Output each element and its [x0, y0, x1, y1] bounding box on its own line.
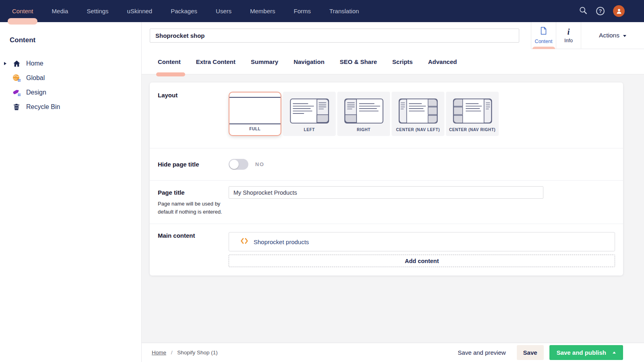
document-name-input[interactable] [150, 29, 519, 43]
layout-option-right[interactable]: RIGHT [337, 92, 390, 136]
main-content-row: Main content Shoprocket products Add con… [150, 224, 623, 279]
actions-label: Actions [599, 32, 619, 39]
chevron-up-icon [613, 352, 616, 354]
document-icon [540, 27, 547, 37]
layout-option-center-nav-right[interactable]: CENTER (NAV RIGHT) [446, 92, 499, 136]
app-tab-info[interactable]: i Info [556, 22, 581, 49]
home-icon [12, 59, 21, 68]
search-icon[interactable] [579, 6, 588, 16]
nav-item-members[interactable]: Members [241, 0, 285, 22]
sidebar-item-design[interactable]: Design [0, 85, 141, 100]
layout-option-left[interactable]: LEFT [283, 92, 336, 136]
footer-bar: Home / Shopify Shop (1) Save and preview… [142, 343, 644, 362]
tab-seo-share[interactable]: SEO & Share [340, 49, 377, 74]
content-block-label: Shoprocket products [254, 239, 309, 245]
layout-right-thumb [337, 92, 390, 128]
sidebar-item-label: Recycle Bin [26, 103, 60, 111]
sidebar-item-global[interactable]: Global [0, 71, 141, 85]
layout-label: Layout [158, 92, 229, 99]
layout-option-label: FULL [229, 127, 281, 135]
hide-page-title-toggle[interactable] [229, 159, 248, 170]
content-panel: Layout FULL [150, 82, 623, 276]
sidebar-section-title: Content [10, 36, 141, 44]
sidebar: Content Home Global [0, 22, 142, 362]
toggle-state-label: NO [255, 161, 264, 167]
avatar[interactable] [613, 5, 625, 17]
layout-option-full[interactable]: FULL [229, 92, 281, 136]
globe-icon [12, 74, 21, 82]
nav-item-content[interactable]: Content [3, 0, 43, 22]
hide-page-title-label: Hide page title [158, 161, 199, 168]
page-title-hint: Page name will be used by default if not… [158, 200, 223, 216]
layout-full-thumb [229, 97, 281, 98]
breadcrumb-home-link[interactable]: Home [152, 350, 166, 356]
layout-option-label: CENTER (NAV LEFT) [392, 128, 444, 136]
help-icon[interactable]: ? [596, 7, 605, 15]
save-button[interactable]: Save [517, 345, 544, 360]
page-title-row: Page title Page name will be used by def… [150, 180, 623, 224]
app-tab-label: Content [535, 39, 553, 44]
nav-item-users[interactable]: Users [206, 0, 241, 22]
add-content-button[interactable]: Add content [229, 255, 615, 267]
save-and-preview-button[interactable]: Save and preview [458, 349, 506, 356]
layout-option-label: RIGHT [337, 128, 390, 136]
nav-item-packages[interactable]: Packages [161, 0, 206, 22]
content-block-shoprocket-products[interactable]: Shoprocket products [229, 232, 615, 251]
sidebar-item-label: Global [26, 74, 45, 82]
tab-summary[interactable]: Summary [251, 49, 278, 74]
layout-center-nav-left-thumb [392, 92, 444, 128]
sidebar-item-home[interactable]: Home [0, 56, 141, 71]
layout-left-thumb [283, 92, 336, 128]
breadcrumb-separator: / [171, 350, 173, 356]
layout-option-label: CENTER (NAV RIGHT) [446, 128, 499, 136]
toggle-knob [229, 160, 239, 169]
expand-caret-icon[interactable] [4, 62, 6, 65]
breadcrumb-current: Shopify Shop (1) [177, 350, 218, 356]
nav-item-translation[interactable]: Translation [320, 0, 368, 22]
paint-icon [12, 88, 21, 97]
sidebar-item-label: Home [26, 60, 43, 67]
sidebar-item-recycle-bin[interactable]: Recycle Bin [0, 100, 141, 114]
actions-dropdown[interactable]: Actions [581, 22, 644, 49]
tab-advanced[interactable]: Advanced [428, 49, 457, 74]
app-tab-label: Info [564, 38, 573, 43]
tab-extra-content[interactable]: Extra Content [196, 49, 235, 74]
save-and-publish-label: Save and publish [557, 349, 606, 356]
content-tab-bar: Content Extra Content Summary Navigation… [142, 49, 644, 74]
page-title-input[interactable] [229, 186, 543, 199]
page-title-label: Page title [158, 186, 229, 196]
tab-content[interactable]: Content [158, 49, 181, 74]
layout-option-center-nav-left[interactable]: CENTER (NAV LEFT) [392, 92, 444, 136]
chevron-down-icon [623, 35, 626, 37]
save-and-publish-button[interactable]: Save and publish [549, 345, 623, 360]
nav-item-settings[interactable]: Settings [77, 0, 118, 22]
hide-page-title-row: Hide page title NO [150, 148, 623, 180]
top-navbar: Content Media Settings uSkinned Packages… [0, 0, 644, 22]
main-area: Content i Info Actions Content Extra Con… [142, 22, 644, 362]
tab-scripts[interactable]: Scripts [392, 49, 413, 74]
trash-icon [12, 103, 21, 111]
app-tab-content[interactable]: Content [531, 22, 556, 49]
breadcrumb: Home / Shopify Shop (1) [152, 350, 218, 356]
sidebar-item-label: Design [26, 89, 46, 96]
info-icon: i [568, 28, 570, 36]
code-icon [240, 237, 248, 246]
layout-row: Layout FULL [150, 82, 623, 148]
tab-navigation[interactable]: Navigation [293, 49, 324, 74]
document-header: Content i Info Actions [142, 22, 644, 49]
layout-option-label: LEFT [283, 128, 336, 136]
nav-item-forms[interactable]: Forms [285, 0, 320, 22]
nav-item-uskinned[interactable]: uSkinned [118, 0, 162, 22]
main-content-label: Main content [158, 232, 229, 239]
layout-center-nav-right-thumb [446, 92, 499, 128]
nav-item-media[interactable]: Media [43, 0, 78, 22]
